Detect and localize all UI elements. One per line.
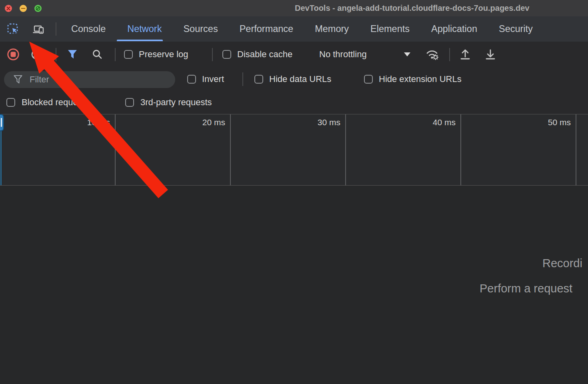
preserve-log-checkbox[interactable]	[124, 50, 133, 59]
zoom-window-button[interactable]	[34, 5, 42, 12]
device-toolbar-icon	[32, 22, 45, 36]
stop-recording-button[interactable]	[7, 42, 20, 67]
tab-security[interactable]: Security	[499, 16, 533, 41]
chevron-down-icon	[403, 52, 411, 57]
tab-network[interactable]: Network	[127, 16, 162, 41]
export-har-icon	[484, 48, 497, 61]
toolbar-divider	[115, 48, 116, 61]
hide-extension-urls-control: Hide extension URLs	[364, 66, 462, 92]
screen-share-slash-icon	[34, 5, 42, 12]
hide-extension-urls-label: Hide extension URLs	[379, 74, 462, 84]
blocked-requests-control: Blocked requests	[6, 90, 89, 115]
throttling-value: No throttling	[319, 49, 367, 60]
toolbar-divider	[449, 48, 450, 61]
network-conditions-wifi-gear-icon	[424, 47, 441, 62]
minimize-icon	[20, 5, 27, 12]
empty-state-perform-request-text: Perform a request	[480, 282, 572, 295]
preserve-log-control: Preserve log	[124, 42, 188, 67]
clear-network-log-button[interactable]	[30, 42, 42, 67]
invert-checkbox[interactable]	[187, 75, 196, 84]
import-har-button[interactable]	[458, 42, 472, 67]
disable-cache-label: Disable cache	[237, 49, 292, 60]
funnel-outline-icon	[13, 74, 23, 85]
inspect-cursor-icon	[7, 23, 20, 36]
device-toolbar-button[interactable]	[31, 22, 46, 36]
filter-input-container	[4, 71, 175, 88]
record-stop-icon	[7, 48, 20, 61]
network-toolbar: Preserve log Disable cache No throttling	[0, 42, 588, 68]
tab-application[interactable]: Application	[431, 16, 477, 41]
import-har-icon	[458, 48, 472, 61]
close-window-button[interactable]	[5, 5, 12, 12]
tabbar-divider	[56, 22, 56, 36]
disable-cache-control: Disable cache	[222, 42, 292, 67]
inspect-element-button[interactable]	[6, 22, 20, 36]
network-filter-row: Invert Hide data URLs Hide extension URL…	[0, 67, 588, 91]
timeline-tick-label: 30 ms	[304, 118, 340, 127]
timeline-gridline	[576, 114, 576, 185]
empty-state-recording-text: Recordi	[542, 257, 582, 270]
tab-elements[interactable]: Elements	[370, 16, 410, 41]
devtools-window: DevTools - angela-add-tutorial.cloudflar…	[0, 0, 588, 384]
tab-memory[interactable]: Memory	[315, 16, 349, 41]
minimize-window-button[interactable]	[20, 5, 27, 12]
timeline-tick-label: 20 ms	[189, 118, 225, 127]
overview-window-left-edge	[0, 131, 2, 185]
third-party-requests-label: 3rd-party requests	[140, 97, 212, 108]
hide-data-urls-checkbox[interactable]	[254, 75, 263, 84]
filter-funnel-icon	[67, 49, 78, 60]
titlebar: DevTools - angela-add-tutorial.cloudflar…	[0, 0, 588, 16]
network-overview-timeline[interactable]: 10 ms 20 ms 30 ms 40 ms 50 ms	[0, 114, 588, 186]
timeline-gridline	[345, 114, 346, 185]
search-button[interactable]	[91, 42, 103, 67]
third-party-requests-checkbox[interactable]	[125, 98, 134, 107]
timeline-gridline	[460, 114, 461, 185]
timeline-tick-label: 10 ms	[74, 118, 110, 127]
filter-toggle-button[interactable]	[67, 42, 78, 67]
close-icon	[5, 5, 12, 12]
toolbar-divider	[56, 48, 56, 61]
preserve-log-label: Preserve log	[139, 49, 188, 60]
overview-window-left-handle[interactable]	[0, 114, 4, 131]
invert-label: Invert	[202, 74, 224, 84]
throttling-select-caret[interactable]	[403, 42, 411, 67]
timeline-tick-label: 50 ms	[535, 118, 571, 127]
search-icon	[91, 48, 103, 60]
devtools-tabbar: Console Network Sources Performance Memo…	[0, 16, 588, 42]
network-conditions-button[interactable]	[424, 42, 441, 67]
tab-console[interactable]: Console	[71, 16, 106, 41]
timeline-gridline	[115, 114, 116, 185]
panel-tabs: Console Network Sources Performance Memo…	[71, 16, 533, 41]
filter-input[interactable]	[29, 74, 162, 85]
tab-performance[interactable]: Performance	[240, 16, 294, 41]
blocked-requests-label: Blocked requests	[22, 97, 89, 108]
tab-sources[interactable]: Sources	[183, 16, 218, 41]
filter-row-divider	[242, 72, 243, 86]
blocked-requests-checkbox[interactable]	[6, 98, 15, 107]
hide-data-urls-label: Hide data URLs	[269, 74, 331, 84]
network-filter-row-2: Blocked requests 3rd-party requests	[0, 91, 588, 114]
disable-cache-checkbox[interactable]	[222, 50, 231, 59]
export-har-button[interactable]	[484, 42, 497, 67]
third-party-requests-control: 3rd-party requests	[125, 90, 212, 115]
toolbar-divider	[212, 48, 213, 61]
invert-control: Invert	[187, 66, 224, 92]
timeline-tick-label: 40 ms	[420, 118, 456, 127]
hide-data-urls-control: Hide data URLs	[254, 66, 331, 92]
window-title: DevTools - angela-add-tutorial.cloudflar…	[295, 4, 529, 13]
network-requests-empty-area: Recordi Perform a request	[0, 186, 588, 384]
timeline-gridline	[230, 114, 231, 185]
hide-extension-urls-checkbox[interactable]	[364, 75, 373, 84]
throttling-select[interactable]: No throttling	[319, 42, 367, 67]
clear-icon	[30, 48, 42, 60]
